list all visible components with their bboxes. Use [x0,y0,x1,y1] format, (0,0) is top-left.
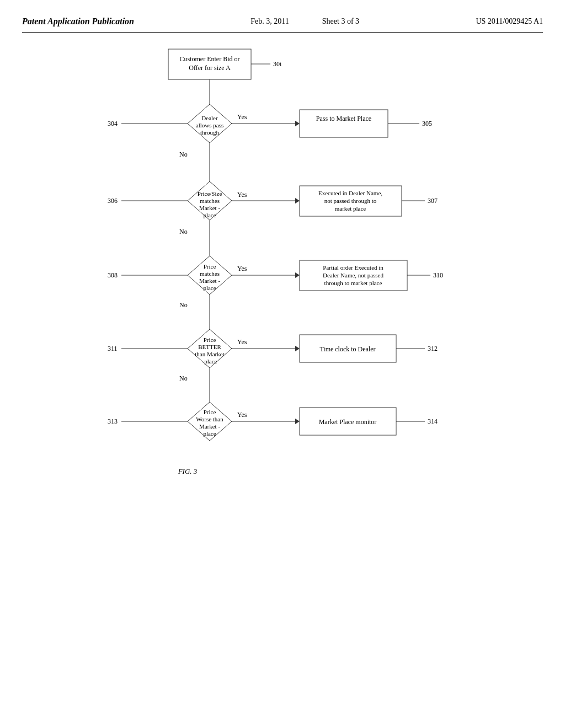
svg-marker-51 [295,272,300,278]
svg-text:Yes: Yes [237,411,247,419]
svg-text:Partial order Executed in: Partial order Executed in [323,264,383,271]
svg-text:through to market place: through to market place [324,280,382,286]
sheet-info: Sheet 3 of 3 [322,17,359,26]
svg-marker-70 [295,346,300,351]
svg-text:No: No [179,151,188,158]
svg-rect-88 [300,408,396,435]
flowchart-container: Customer Enter Bid or Offer for size A 3… [22,44,543,689]
page: Patent Application Publication Feb. 3, 2… [0,0,565,728]
svg-text:Yes: Yes [237,338,247,346]
svg-rect-33 [300,186,402,216]
svg-marker-41 [207,270,212,274]
svg-text:allows pass: allows pass [196,122,223,129]
svg-text:through: through [200,129,220,136]
svg-text:Dealer: Dealer [201,115,218,121]
svg-text:Price: Price [204,263,216,270]
svg-text:Executed in Dealer Name,: Executed in Dealer Name, [318,190,382,196]
svg-text:market place: market place [335,205,366,212]
svg-text:Market -: Market - [199,423,221,430]
svg-marker-87 [295,419,300,424]
svg-marker-60 [207,343,212,347]
svg-text:Yes: Yes [237,113,247,121]
svg-text:Market -: Market - [199,205,221,211]
svg-text:place: place [203,212,216,218]
svg-text:FIG. 3: FIG. 3 [178,467,198,475]
svg-text:than Market: than Market [195,351,224,357]
svg-text:Price: Price [204,336,216,343]
svg-text:Offer for size A: Offer for size A [189,64,231,72]
svg-marker-23 [188,181,232,220]
svg-text:313: 313 [108,417,118,425]
svg-marker-6 [207,118,212,122]
svg-text:312: 312 [428,345,438,352]
svg-rect-16 [300,110,388,137]
svg-rect-0 [168,49,251,79]
svg-text:310: 310 [433,271,443,279]
svg-text:Price/Size: Price/Size [198,190,222,197]
svg-marker-42 [188,256,232,295]
svg-text:No: No [179,301,188,309]
svg-text:matches: matches [200,197,220,204]
svg-marker-61 [188,329,232,368]
svg-text:306: 306 [108,197,118,205]
svg-marker-7 [188,104,232,143]
svg-text:No: No [179,374,188,382]
publication-title: Patent Application Publication [22,17,134,26]
svg-text:Worse than: Worse than [196,416,223,422]
svg-text:304: 304 [108,120,118,127]
header-center: Feb. 3, 2011 Sheet 3 of 3 [250,17,359,26]
svg-rect-71 [300,335,396,362]
svg-text:No: No [179,228,188,235]
svg-marker-22 [207,195,212,200]
svg-text:Yes: Yes [237,191,247,199]
svg-text:Time clock to Dealer: Time clock to Dealer [319,345,375,353]
svg-marker-32 [295,198,300,204]
svg-text:Market -: Market - [199,277,221,284]
svg-text:Price: Price [204,409,216,415]
svg-text:Customer Enter Bid or: Customer Enter Bid or [180,55,240,63]
patent-number: US 2011/0029425 A1 [476,17,543,26]
svg-marker-78 [188,402,232,441]
svg-text:307: 307 [428,197,438,205]
publication-date: Feb. 3, 2011 [250,17,289,26]
svg-text:not passed through to: not passed through to [324,197,377,204]
svg-text:305: 305 [422,120,432,127]
svg-text:BETTER: BETTER [198,344,221,350]
svg-text:308: 308 [108,271,118,279]
flowchart-svg: Customer Enter Bid or Offer for size A 3… [22,44,543,689]
svg-text:Pass to Market Place: Pass to Market Place [316,115,371,122]
page-header: Patent Application Publication Feb. 3, 2… [22,17,543,33]
svg-text:311: 311 [108,345,118,352]
svg-text:314: 314 [428,417,438,425]
svg-text:place: place [203,285,216,291]
svg-text:Market Place monitor: Market Place monitor [319,418,377,426]
svg-marker-15 [295,121,300,126]
svg-text:place: place [203,430,216,437]
svg-rect-52 [300,260,407,291]
svg-text:matches: matches [200,270,220,277]
svg-text:Dealer Name, not passed: Dealer Name, not passed [323,272,383,279]
svg-text:Yes: Yes [237,265,247,272]
svg-text:-place: -place [202,358,217,365]
svg-text:30i: 30i [273,60,282,68]
svg-marker-77 [207,416,212,420]
